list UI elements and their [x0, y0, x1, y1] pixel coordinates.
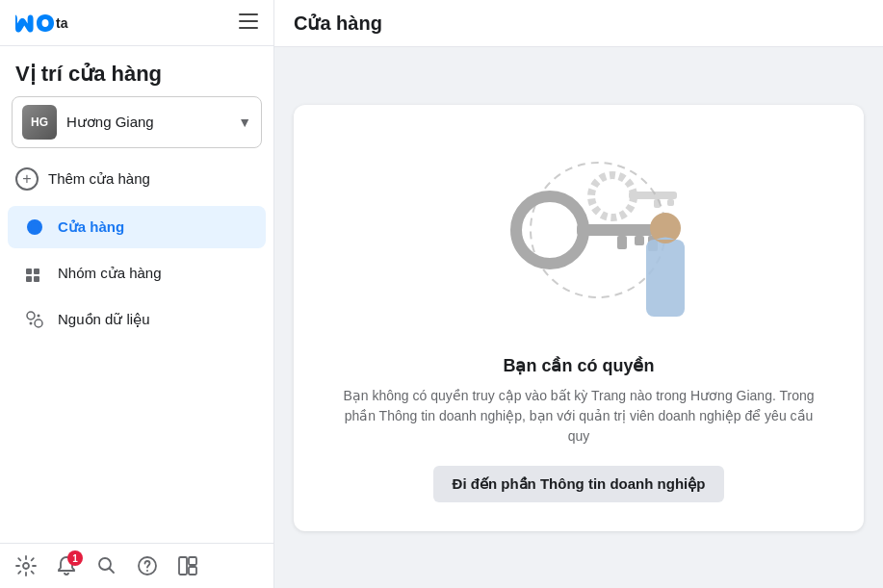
- sidebar-item-label: Nguồn dữ liệu: [58, 311, 150, 328]
- svg-rect-25: [635, 236, 644, 245]
- add-icon: +: [15, 167, 39, 191]
- sidebar-item-nguon-du-lieu[interactable]: Nguồn dữ liệu: [8, 298, 266, 341]
- sidebar-title: Vị trí cửa hàng: [0, 46, 273, 96]
- svg-point-12: [30, 322, 33, 325]
- notification-badge: 1: [67, 550, 83, 566]
- permission-title: Bạn cần có quyền: [503, 355, 654, 376]
- hamburger-button[interactable]: [239, 12, 258, 34]
- settings-icon[interactable]: [15, 555, 37, 576]
- svg-point-27: [591, 175, 634, 217]
- main-content: Cửa hàng: [274, 0, 883, 588]
- permission-description: Bạn không có quyền truy cập vào bất kỳ T…: [338, 386, 819, 447]
- svg-rect-2: [239, 20, 258, 22]
- panels-icon[interactable]: [177, 555, 198, 576]
- svg-rect-29: [654, 199, 661, 208]
- svg-rect-8: [26, 276, 32, 282]
- sidebar-header: ta: [0, 0, 273, 46]
- svg-rect-28: [629, 192, 677, 199]
- data-source-icon: [23, 308, 46, 331]
- svg-point-13: [38, 315, 40, 318]
- svg-rect-31: [646, 240, 685, 317]
- help-icon[interactable]: [137, 555, 158, 576]
- group-store-icon: [23, 262, 46, 285]
- svg-rect-24: [617, 236, 627, 249]
- chevron-down-icon: ▼: [238, 115, 251, 130]
- svg-point-10: [27, 312, 35, 320]
- sidebar-item-label: Nhóm cửa hàng: [58, 265, 162, 282]
- main-header: Cửa hàng: [274, 0, 883, 47]
- svg-rect-20: [189, 567, 196, 575]
- sidebar-item-cua-hang[interactable]: Cửa hàng: [8, 206, 266, 248]
- svg-rect-18: [179, 557, 187, 575]
- svg-point-17: [146, 570, 148, 572]
- sidebar-item-nhom-cua-hang[interactable]: Nhóm cửa hàng: [8, 252, 266, 294]
- notification-icon[interactable]: 1: [56, 555, 77, 576]
- svg-rect-1: [239, 13, 258, 15]
- location-selector[interactable]: HG Hương Giang ▼: [12, 96, 262, 148]
- add-store-button[interactable]: + Thêm cửa hàng: [0, 160, 273, 198]
- sidebar-bottom: 1: [0, 543, 273, 588]
- svg-rect-19: [189, 557, 196, 565]
- svg-rect-6: [26, 268, 32, 274]
- svg-rect-7: [34, 268, 39, 274]
- svg-rect-3: [239, 27, 258, 29]
- sidebar-item-label: Cửa hàng: [58, 218, 124, 236]
- search-icon[interactable]: [96, 555, 117, 576]
- main-body: Bạn cần có quyền Bạn không có quyền truy…: [274, 47, 883, 588]
- svg-text:ta: ta: [56, 15, 68, 31]
- add-store-label: Thêm cửa hàng: [48, 170, 150, 188]
- go-to-business-info-button[interactable]: Đi đến phần Thông tin doanh nghiệp: [433, 466, 725, 502]
- svg-point-22: [516, 196, 584, 264]
- location-avatar: HG: [22, 105, 57, 140]
- svg-point-5: [31, 223, 39, 231]
- keys-illustration: [463, 143, 694, 336]
- svg-rect-30: [667, 199, 674, 206]
- svg-point-11: [35, 320, 42, 327]
- svg-rect-9: [34, 276, 39, 282]
- location-name: Hương Giang: [66, 114, 228, 131]
- meta-logo: ta: [15, 13, 73, 33]
- page-title: Cửa hàng: [294, 12, 864, 35]
- svg-rect-23: [577, 224, 654, 236]
- svg-point-14: [23, 563, 29, 569]
- store-icon: [23, 216, 46, 239]
- permission-card: Bạn cần có quyền Bạn không có quyền truy…: [294, 105, 864, 531]
- sidebar: ta Vị trí cửa hàng HG Hương Giang ▼ + Th…: [0, 0, 274, 588]
